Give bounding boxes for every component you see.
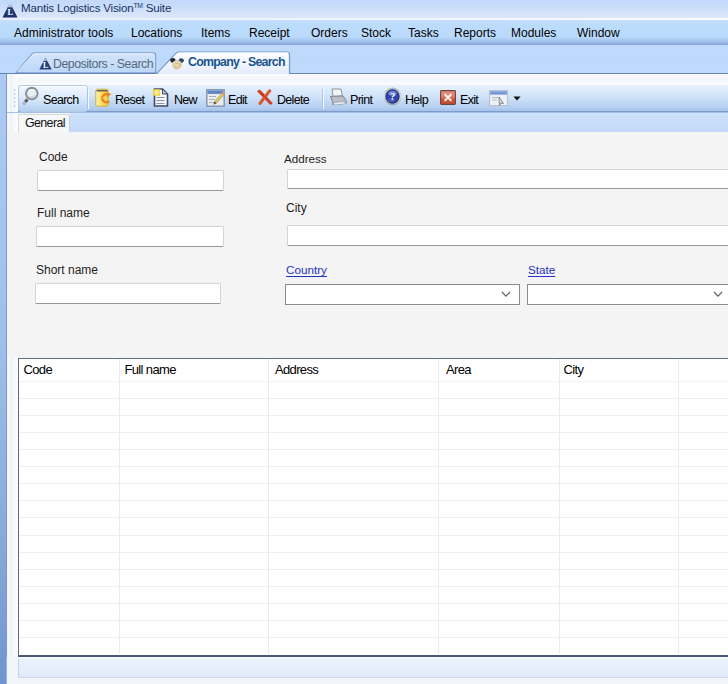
svg-text:?: ?: [390, 91, 395, 102]
svg-text:L: L: [43, 61, 48, 70]
svg-text:L: L: [7, 7, 13, 16]
